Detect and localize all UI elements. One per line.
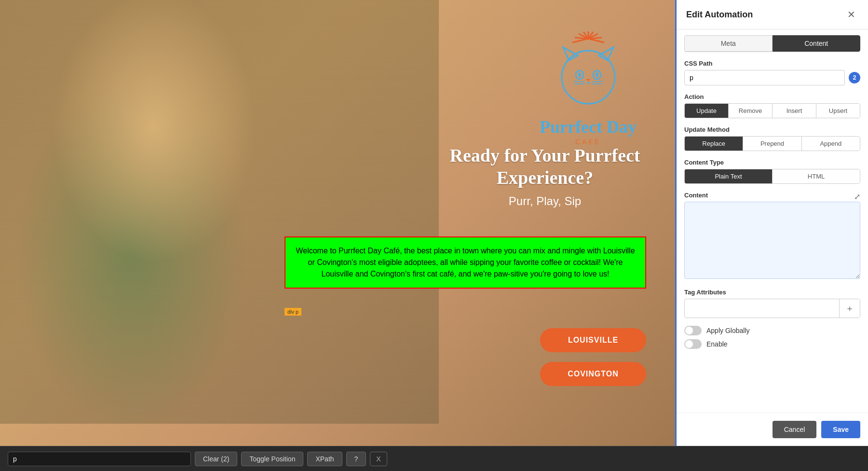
update-method-section: Update Method Replace Prepend Append: [684, 126, 860, 151]
bottom-bar: Clear (2) Toggle Position XPath ? X: [0, 446, 868, 471]
paragraph-text: Welcome to Purrfect Day Café, the best p…: [296, 247, 635, 278]
svg-point-14: [578, 72, 581, 77]
action-insert[interactable]: Insert: [773, 104, 816, 118]
action-upsert[interactable]: Upsert: [816, 104, 860, 118]
content-textarea[interactable]: [684, 202, 860, 279]
right-panel: Edit Automation ✕ Meta Content CSS Path …: [675, 0, 868, 446]
close-button[interactable]: ✕: [844, 8, 858, 21]
save-button[interactable]: Save: [821, 421, 860, 438]
clear-button[interactable]: Clear (2): [195, 452, 237, 466]
enable-row: Enable: [684, 339, 860, 349]
preview-pane: Purrfect Day CAFE Ready for Your Purrfec…: [0, 0, 675, 446]
content-type-label: Content Type: [684, 159, 860, 166]
apply-globally-toggle[interactable]: [684, 326, 702, 335]
apply-globally-row: Apply Globally: [684, 326, 860, 335]
subheadline-text: Purr, Play, Sip: [444, 194, 646, 208]
tag-attr-add-button[interactable]: ＋: [839, 299, 860, 318]
panel-body: CSS Path 2 Action Update Remove Insert U…: [677, 52, 868, 357]
toggles-section: Apply Globally Enable: [684, 326, 860, 349]
tag-attributes-section: Tag Attributes ＋: [684, 289, 860, 318]
action-section: Action Update Remove Insert Upsert: [684, 93, 860, 118]
cancel-button[interactable]: Cancel: [773, 421, 817, 438]
louisville-button[interactable]: LOUISVILLE: [540, 328, 646, 352]
expand-icon[interactable]: ⤢: [854, 192, 860, 201]
logo-area: Purrfect Day CAFE: [540, 29, 637, 146]
svg-marker-16: [586, 79, 590, 81]
content-type-plaintext[interactable]: Plain Text: [685, 169, 773, 183]
content-type-section: Content Type Plain Text HTML: [684, 159, 860, 184]
svg-line-17: [574, 81, 584, 82]
content-label: Content: [684, 192, 708, 199]
css-path-row: 2: [684, 70, 860, 85]
content-header: Content ⤢: [684, 192, 860, 202]
covington-button[interactable]: COVINGTON: [540, 362, 646, 386]
element-label: div p: [285, 308, 301, 316]
panel-tabs: Meta Content: [684, 35, 860, 52]
content-type-button-group: Plain Text HTML: [684, 169, 860, 184]
css-path-input[interactable]: [684, 70, 845, 85]
person-gradient: [0, 0, 439, 424]
update-method-button-group: Replace Prepend Append: [684, 136, 860, 151]
tag-attr-input-row: ＋: [684, 299, 860, 318]
action-update[interactable]: Update: [685, 104, 729, 118]
svg-line-4: [572, 39, 588, 42]
content-section: Content ⤢: [684, 192, 860, 281]
panel-footer: Cancel Save: [677, 413, 868, 446]
xpath-button[interactable]: XPath: [307, 452, 342, 466]
action-button-group: Update Remove Insert Upsert: [684, 103, 860, 118]
tab-content[interactable]: Content: [773, 35, 861, 52]
css-path-section: CSS Path 2: [684, 60, 860, 85]
apply-globally-label: Apply Globally: [706, 327, 750, 334]
css-path-count: 2: [849, 72, 860, 83]
cat-logo-icon: [545, 29, 632, 116]
tab-meta[interactable]: Meta: [684, 35, 773, 52]
svg-line-8: [588, 39, 604, 42]
tag-attr-input[interactable]: [685, 301, 839, 316]
headline-text: Ready for Your Purrfect Experience?: [444, 145, 646, 189]
panel-header: Edit Automation ✕: [677, 0, 868, 29]
toggle-position-button[interactable]: Toggle Position: [241, 452, 303, 466]
enable-label: Enable: [706, 340, 728, 348]
content-type-html[interactable]: HTML: [773, 169, 860, 183]
action-remove[interactable]: Remove: [729, 104, 773, 118]
panel-title: Edit Automation: [686, 10, 753, 20]
headline-area: Ready for Your Purrfect Experience? Purr…: [444, 145, 646, 208]
preview-background: Purrfect Day CAFE Ready for Your Purrfec…: [0, 0, 675, 446]
bottom-css-input[interactable]: [8, 452, 191, 466]
svg-point-9: [562, 51, 615, 104]
svg-line-19: [592, 81, 603, 82]
background-person: [0, 0, 439, 424]
css-path-label: CSS Path: [684, 60, 860, 67]
bottom-close-button[interactable]: X: [370, 452, 387, 466]
update-method-prepend[interactable]: Prepend: [743, 137, 801, 151]
update-method-label: Update Method: [684, 126, 860, 133]
brand-name: Purrfect Day: [540, 118, 637, 137]
enable-toggle[interactable]: [684, 339, 702, 349]
update-method-replace[interactable]: Replace: [685, 137, 743, 151]
help-button[interactable]: ?: [346, 452, 366, 466]
tag-attributes-label: Tag Attributes: [684, 289, 860, 296]
highlighted-paragraph[interactable]: Welcome to Purrfect Day Café, the best p…: [285, 236, 646, 289]
main-area: Purrfect Day CAFE Ready for Your Purrfec…: [0, 0, 868, 446]
update-method-append[interactable]: Append: [802, 137, 860, 151]
svg-point-15: [596, 72, 598, 77]
action-label: Action: [684, 93, 860, 100]
